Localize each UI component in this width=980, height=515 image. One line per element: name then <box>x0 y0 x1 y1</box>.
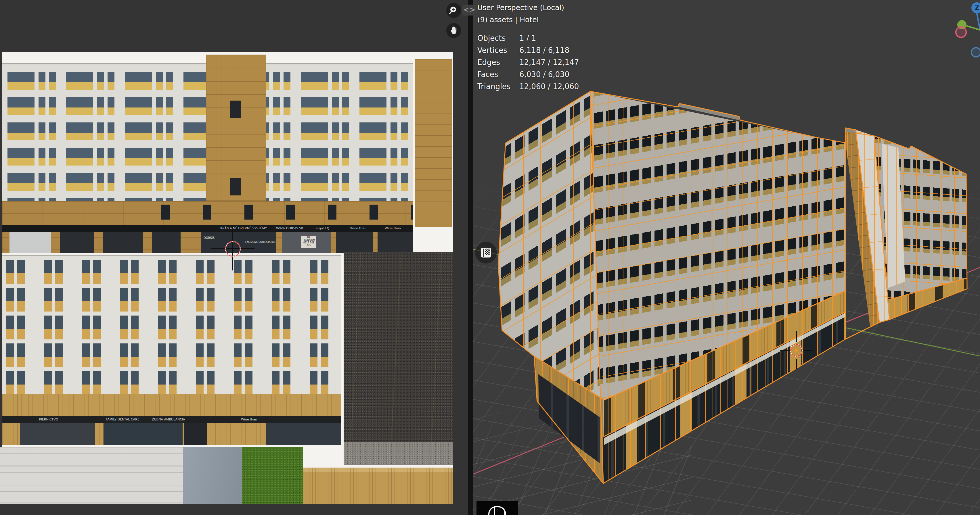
pan-hand-icon <box>449 25 459 35</box>
storefronts: DORSIS' EXCLUSIVE DOOR SYSTEM NA PRENÁJO… <box>2 232 413 253</box>
shop-glass-label: EXCLUSIVE DOOR SYSTEM <box>245 241 275 243</box>
texture-grass <box>242 447 303 504</box>
zoom-in-button[interactable] <box>446 3 461 18</box>
active-tool-button[interactable] <box>475 242 497 263</box>
panel-collapse-widget[interactable]: <> <box>462 5 477 16</box>
texture-gravel <box>344 442 453 465</box>
chevron-left-icon: < <box>463 6 469 14</box>
viewport-3d[interactable]: User Perspective (Local) (9) assets | Ho… <box>473 0 980 515</box>
texture-metal-panel <box>183 447 242 504</box>
sign-label: FAMILY DENTAL CARE <box>106 416 140 423</box>
texture-facade-b-groundfloor: PIERNICTVO FAMILY DENTAL CARE ZUBNÁ AMBU… <box>2 394 341 445</box>
shop-glass-label: DORSIS' <box>204 236 215 239</box>
texture-bronze-side-strip <box>415 59 452 227</box>
stat-label: Objects <box>477 32 519 44</box>
chevron-right-icon: > <box>469 6 476 14</box>
sign-label: KRÁĽOVNÉ DVERNÉ SYSTÉMY <box>220 225 267 232</box>
gizmo-x-axis-negative[interactable] <box>956 27 966 37</box>
sign-label: Wine than <box>241 416 257 423</box>
active-tool-checker-icon <box>481 248 491 258</box>
storefront-sign-band: PIERNICTVO FAMILY DENTAL CARE ZUBNÁ AMBU… <box>2 416 341 423</box>
storefront-sign-band: KRÁĽOVNÉ DVERNÉ SYSTÉMY WWW.DORSIS.SK er… <box>2 225 413 232</box>
sign-label: Wine than <box>385 225 401 232</box>
view-name: User Perspective (Local) <box>477 2 564 14</box>
stat-value: 12,060 / 12,060 <box>519 81 579 92</box>
zoom-in-icon <box>449 5 459 15</box>
stat-label: Triangles <box>477 81 519 92</box>
sign-label: ergoTEQ <box>316 225 329 232</box>
stat-value: 1 / 1 <box>519 32 536 44</box>
gizmo-z-label: Z <box>975 5 979 11</box>
mezzanine-windows <box>161 204 413 220</box>
stat-value: 6,118 / 6,118 <box>519 44 570 56</box>
stat-label: Vertices <box>477 44 519 56</box>
stat-value: 12,147 / 12,147 <box>519 56 579 68</box>
sign-label: ZUBNÁ AMBULANCIA <box>152 416 185 423</box>
navigation-axis-gizmo[interactable]: Z <box>944 0 980 63</box>
uv-image-editor[interactable]: KRÁĽOVNÉ DVERNÉ SYSTÉMY WWW.DORSIS.SK er… <box>0 0 468 515</box>
texture-wood-planks <box>303 467 453 504</box>
pan-button[interactable] <box>446 23 461 38</box>
gizmo-z-axis-negative[interactable] <box>971 48 980 57</box>
rental-notice: NA PRENÁJOM 0917 708 726 <box>301 236 316 248</box>
viewport-header-text: User Perspective (Local) (9) assets | Ho… <box>477 2 564 26</box>
panel-divider[interactable] <box>468 0 473 515</box>
sign-label: WWW.DORSIS.SK <box>276 225 303 232</box>
texture-asphalt <box>344 252 453 442</box>
blender-window: KRÁĽOVNÉ DVERNÉ SYSTÉMY WWW.DORSIS.SK er… <box>0 0 980 515</box>
stat-value: 6,030 / 6,030 <box>519 68 570 81</box>
texture-siding <box>0 447 183 504</box>
collection-name: (9) assets | Hotel <box>477 14 564 26</box>
scene-statistics: Objects1 / 1 Vertices6,118 / 6,118 Edges… <box>477 32 579 92</box>
texture-facade-b <box>2 255 341 394</box>
sign-label: Wine than <box>350 225 366 232</box>
stat-label: Faces <box>477 68 519 81</box>
stat-label: Edges <box>477 56 519 68</box>
asset-preview-thumbnail <box>476 501 518 515</box>
texture-facade-a-groundfloor: KRÁĽOVNÉ DVERNÉ SYSTÉMY WWW.DORSIS.SK er… <box>2 201 413 253</box>
storefront-arch-icon <box>488 506 506 515</box>
sign-label: PIERNICTVO <box>39 416 58 423</box>
